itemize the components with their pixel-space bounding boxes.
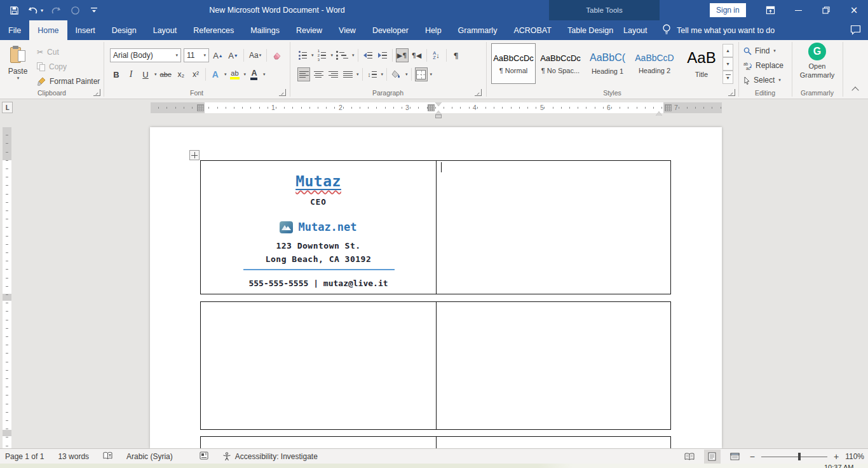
paste-button[interactable]: Paste ▾: [4, 42, 32, 88]
business-card-table-2[interactable]: [200, 301, 671, 430]
web-layout-button[interactable]: [727, 450, 743, 464]
multilevel-list-button[interactable]: [335, 48, 349, 62]
font-size-combo[interactable]: 11▾: [184, 48, 209, 62]
align-left-button[interactable]: [297, 67, 310, 81]
multilevel-dropdown-icon[interactable]: ▾: [352, 53, 355, 58]
shrink-font-button[interactable]: A▼: [227, 48, 240, 62]
line-spacing-dropdown-icon[interactable]: ▾: [381, 72, 384, 77]
sort-button[interactable]: AZ↓: [430, 48, 443, 62]
align-right-button[interactable]: [327, 67, 339, 81]
underline-dropdown-icon[interactable]: ▾: [154, 72, 157, 77]
styles-gallery-more-icon[interactable]: ▼: [722, 71, 733, 84]
bold-button[interactable]: B: [110, 67, 123, 81]
decrease-indent-button[interactable]: [362, 48, 374, 62]
style-normal[interactable]: AaBbCcDc ¶ Normal: [491, 43, 536, 84]
print-layout-button[interactable]: [704, 450, 721, 464]
paragraph-dialog-launcher-icon[interactable]: [475, 89, 482, 96]
strikethrough-button[interactable]: abe: [159, 67, 173, 81]
zoom-slider-thumb[interactable]: [798, 453, 801, 460]
tab-insert[interactable]: Insert: [67, 20, 104, 40]
close-button[interactable]: ×: [840, 0, 868, 20]
page-count[interactable]: Page 1 of 1: [5, 452, 44, 461]
comments-icon[interactable]: [850, 25, 861, 38]
line-spacing-button[interactable]: ↕: [366, 67, 379, 81]
table-column-marker-icon[interactable]: [428, 104, 435, 111]
tab-view[interactable]: View: [330, 20, 364, 40]
style-heading-2[interactable]: AaBbCcD Heading 2: [632, 43, 677, 84]
text-effects-button[interactable]: A: [209, 67, 222, 81]
zoom-in-button[interactable]: +: [834, 451, 839, 462]
format-painter-button[interactable]: Format Painter: [37, 75, 100, 88]
document-page[interactable]: Mutaz CEO Mutaz.net 123 Downtown St. Lo: [150, 127, 722, 448]
underline-button[interactable]: U: [139, 67, 152, 81]
superscript-button[interactable]: x²: [189, 67, 202, 81]
font-color-button[interactable]: A: [248, 67, 261, 81]
restore-button[interactable]: [812, 0, 840, 20]
shading-dropdown-icon[interactable]: ▾: [405, 72, 408, 77]
zoom-level[interactable]: 110%: [845, 452, 864, 461]
shading-button[interactable]: [390, 67, 403, 81]
zoom-out-button[interactable]: −: [750, 451, 755, 462]
accessibility-status[interactable]: Accessibility: Investigate: [222, 452, 318, 461]
zoom-slider[interactable]: [761, 450, 827, 464]
tab-design[interactable]: Design: [104, 20, 145, 40]
text-effects-dropdown-icon[interactable]: ▾: [224, 72, 227, 77]
language-indicator[interactable]: Arabic (Syria): [126, 452, 173, 461]
style-heading-1[interactable]: AaBbC( Heading 1: [585, 43, 630, 84]
tab-table-layout[interactable]: Layout: [615, 20, 656, 40]
table-column-marker-icon[interactable]: [197, 104, 204, 111]
card-cell-empty[interactable]: [437, 161, 670, 294]
tab-references[interactable]: References: [185, 20, 242, 40]
increase-indent-button[interactable]: [376, 48, 389, 62]
find-button[interactable]: Find ▾: [743, 45, 776, 57]
font-family-combo[interactable]: Arial (Body)▾: [110, 48, 181, 62]
tab-layout[interactable]: Layout: [145, 20, 186, 40]
select-button[interactable]: Select ▾: [743, 74, 781, 86]
card-cell-content[interactable]: Mutaz CEO Mutaz.net 123 Downtown St. Lo: [201, 161, 436, 294]
tab-review[interactable]: Review: [288, 20, 330, 40]
open-grammarly-button[interactable]: G Open Grammarly: [792, 43, 843, 80]
collapse-ribbon-icon[interactable]: [851, 86, 860, 92]
proofing-errors-icon[interactable]: [103, 451, 112, 462]
cut-button[interactable]: ✂ Cut: [37, 46, 59, 59]
borders-dropdown-icon[interactable]: ▾: [430, 72, 433, 77]
subscript-button[interactable]: x₂: [175, 67, 187, 81]
align-center-button[interactable]: [312, 67, 325, 81]
highlight-dropdown-icon[interactable]: ▾: [243, 72, 246, 77]
font-dialog-launcher-icon[interactable]: [279, 89, 286, 96]
bullets-button[interactable]: [296, 48, 309, 62]
change-case-button[interactable]: Aa▾: [248, 48, 262, 62]
tab-mailings[interactable]: Mailings: [242, 20, 288, 40]
minimize-button[interactable]: [784, 0, 812, 20]
tab-table-design[interactable]: Table Design: [559, 20, 621, 40]
tab-help[interactable]: Help: [417, 20, 450, 40]
word-count[interactable]: 13 words: [58, 452, 89, 461]
tab-file[interactable]: File: [0, 20, 29, 40]
macro-recording-icon[interactable]: [200, 451, 208, 462]
styles-scroll-up-icon[interactable]: ▲: [722, 44, 733, 57]
bullets-dropdown-icon[interactable]: ▾: [311, 53, 314, 58]
tab-grammarly[interactable]: Grammarly: [450, 20, 506, 40]
paste-dropdown-icon[interactable]: ▾: [17, 76, 20, 81]
sign-in-button[interactable]: Sign in: [710, 3, 746, 17]
grow-font-button[interactable]: A▲: [212, 48, 224, 62]
highlight-button[interactable]: ab: [228, 67, 241, 81]
numbering-button[interactable]: 123: [316, 48, 329, 62]
tab-stop-selector[interactable]: L: [2, 102, 13, 113]
show-paragraph-marks-button[interactable]: ¶: [450, 48, 463, 62]
style-title[interactable]: AaB Title: [679, 43, 724, 84]
tab-developer[interactable]: Developer: [364, 20, 417, 40]
ribbon-display-options-icon[interactable]: [756, 0, 784, 20]
font-color-dropdown-icon[interactable]: ▾: [263, 72, 266, 77]
styles-scroll-down-icon[interactable]: ▼: [722, 57, 733, 71]
style-no-spacing[interactable]: AaBbCcDc ¶ No Spac...: [538, 43, 583, 84]
tab-home[interactable]: Home: [29, 20, 67, 40]
clear-formatting-button[interactable]: [271, 48, 283, 62]
replace-button[interactable]: abac Replace: [743, 59, 783, 72]
italic-button[interactable]: I: [125, 67, 137, 81]
right-indent-marker[interactable]: [656, 108, 662, 116]
tab-acrobat[interactable]: ACROBAT: [505, 20, 560, 40]
read-mode-button[interactable]: [681, 450, 698, 464]
styles-dialog-launcher-icon[interactable]: [728, 89, 735, 96]
tell-me-box[interactable]: Tell me what you want to do: [662, 20, 775, 40]
